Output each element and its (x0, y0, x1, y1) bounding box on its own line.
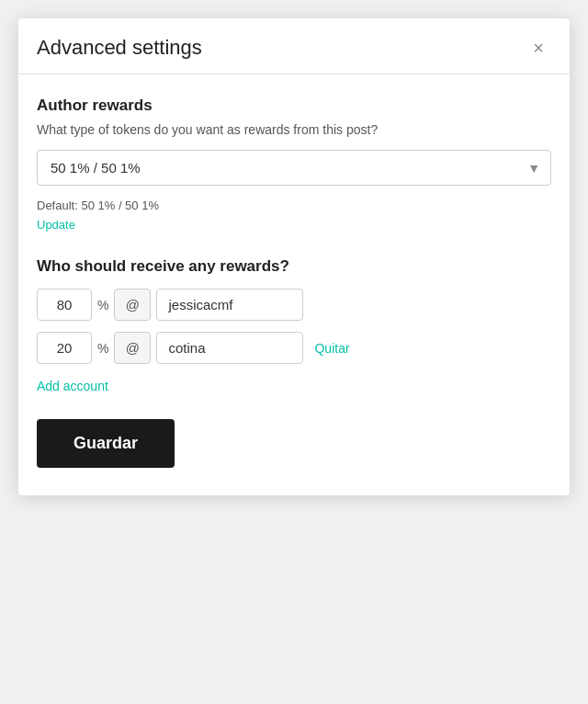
username-input-2[interactable] (156, 332, 303, 364)
update-link[interactable]: Update (37, 218, 75, 232)
beneficiaries-title: Who should receive any rewards? (37, 257, 551, 276)
percent-symbol-1: % (97, 298, 108, 312)
rewards-dropdown-container: 50 1% / 50 1% 100% Power Up Decline Payo… (37, 150, 551, 186)
username-input-1[interactable] (156, 289, 303, 321)
close-button[interactable]: × (526, 35, 551, 61)
at-symbol-2: @ (114, 332, 151, 364)
author-rewards-title: Author rewards (37, 97, 551, 115)
at-symbol-1: @ (114, 289, 151, 321)
save-button[interactable]: Guardar (37, 419, 175, 468)
modal-body: Author rewards What type of tokens do yo… (18, 74, 570, 495)
rewards-dropdown[interactable]: 50 1% / 50 1% 100% Power Up Decline Payo… (37, 150, 551, 186)
percent-input-1[interactable] (37, 289, 92, 321)
percent-symbol-2: % (97, 341, 108, 356)
author-rewards-description: What type of tokens do you want as rewar… (37, 122, 551, 137)
modal-header: Advanced settings × (18, 18, 570, 74)
percent-input-2[interactable] (37, 332, 92, 364)
advanced-settings-modal: Advanced settings × Author rewards What … (18, 18, 570, 495)
beneficiary-row-1: % @ (37, 289, 551, 321)
beneficiaries-section: Who should receive any rewards? % @ % @ … (37, 257, 551, 419)
add-account-link[interactable]: Add account (37, 379, 108, 393)
default-value-text: Default: 50 1% / 50 1% (37, 199, 551, 212)
beneficiary-row-2: % @ Quitar (37, 332, 551, 364)
remove-beneficiary-button[interactable]: Quitar (314, 341, 349, 356)
author-rewards-section: Author rewards What type of tokens do yo… (37, 97, 551, 254)
modal-title: Advanced settings (37, 36, 202, 60)
